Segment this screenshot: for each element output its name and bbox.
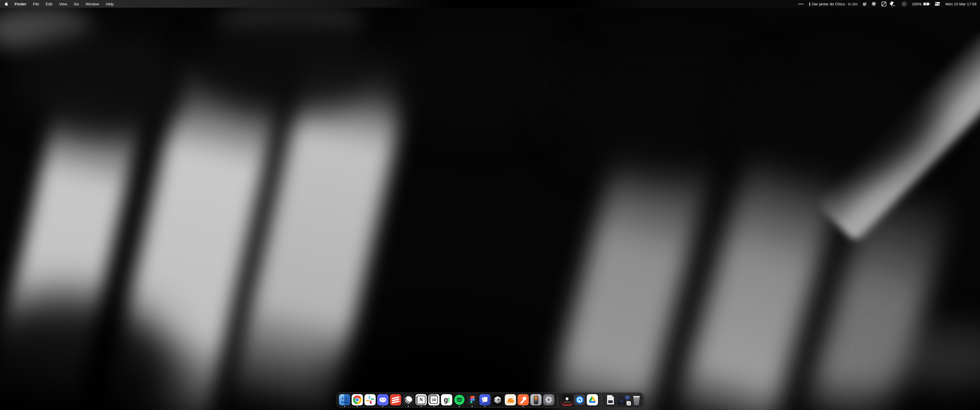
menu-bar: Finder File Edit View Go Window Help •••… [0, 0, 980, 8]
dock-item-chrome[interactable] [352, 394, 363, 405]
dock-item-todoist[interactable] [390, 394, 401, 405]
figma-icon [466, 394, 478, 405]
battery-status[interactable]: 100% [912, 2, 929, 6]
postgres-elephant-icon [505, 394, 516, 405]
screenshot-stack-thumbnail: 11 [617, 395, 630, 407]
wallpaper [0, 0, 980, 410]
menu-help[interactable]: Help [106, 2, 114, 6]
menu-bar-left: Finder File Edit View Go Window Help [0, 0, 114, 8]
next-event-item[interactable]: Dar jantar do Chico · in 2m [809, 2, 858, 6]
running-indicator [382, 406, 383, 407]
dock-item-figma[interactable] [466, 394, 478, 405]
google-drive-icon [587, 394, 598, 405]
spotify-icon [454, 394, 465, 405]
dock-item-stack[interactable]: 11 [617, 394, 630, 405]
dock-item-granola[interactable]: g [441, 394, 452, 405]
finder-icon [339, 394, 350, 405]
ios-simulator-icon [530, 394, 542, 405]
dock-divider [601, 394, 601, 406]
dock-item-document[interactable] [605, 394, 616, 405]
flower-icon[interactable] [872, 2, 876, 6]
dock-item-system-settings[interactable] [543, 394, 554, 405]
dock-item-slack[interactable] [364, 394, 375, 405]
dock-item-1password[interactable] [574, 394, 585, 405]
wallpaper-streak [740, 56, 934, 179]
dock-item-spotify[interactable] [454, 394, 465, 405]
1password-menu-icon[interactable] [902, 2, 907, 6]
blue-pages-icon [479, 394, 490, 405]
stack-count-badge: 11 [627, 401, 631, 406]
running-indicator [523, 406, 524, 407]
dock-item-google-drive[interactable] [587, 394, 598, 405]
dock-item-postgres[interactable] [505, 394, 516, 405]
battery-percent: 100% [912, 2, 921, 6]
menu-window[interactable]: Window [86, 2, 99, 6]
battery-icon [923, 2, 929, 6]
wallpaper-streak [194, 15, 388, 112]
menu-go[interactable]: Go [74, 2, 79, 6]
todoist-icon [390, 394, 401, 405]
dock-item-notion[interactable]: N [415, 394, 427, 405]
linear-icon [403, 394, 414, 405]
wallpaper-streak [383, 23, 577, 133]
trash-icon [632, 394, 641, 405]
macos-desktop: Finder File Edit View Go Window Help •••… [0, 0, 980, 410]
notion-calendar-icon: 10 [428, 394, 439, 405]
dock-item-raycast[interactable]: raycast [561, 394, 573, 405]
control-center-icon[interactable] [935, 2, 940, 6]
cube-3d-icon [492, 394, 503, 405]
menu-bar-clock[interactable]: Mon 10 Mar 17:58 [945, 2, 977, 6]
dock-item-finder[interactable] [339, 394, 350, 405]
menu-extras-overflow[interactable]: ••• [798, 2, 804, 6]
menu-file[interactable]: File [33, 2, 39, 6]
apple-menu-icon[interactable] [4, 2, 8, 6]
running-indicator [484, 406, 485, 407]
dock-item-cube-3d-app[interactable] [492, 394, 503, 405]
menu-edit[interactable]: Edit [46, 2, 52, 6]
display-icon[interactable] [892, 2, 897, 6]
dock-item-discord[interactable] [377, 394, 388, 405]
notion-icon: N [415, 394, 427, 405]
active-app-name[interactable]: Finder [14, 2, 26, 6]
running-indicator [433, 406, 434, 407]
menu-bar-right: ••• Dar jantar do Chico · in 2m g 100% M… [798, 0, 980, 8]
running-indicator [357, 406, 358, 407]
chrome-icon [352, 394, 363, 405]
running-indicator [408, 406, 409, 407]
discord-icon [377, 394, 388, 405]
running-indicator [472, 406, 473, 407]
document-file-icon [605, 394, 616, 405]
system-settings-gear-icon [543, 394, 554, 405]
event-color-bar [809, 3, 810, 6]
running-indicator [459, 406, 460, 407]
postman-icon [517, 394, 529, 405]
granola-menu-icon[interactable]: g [863, 2, 866, 6]
dock: N 10 g [336, 393, 644, 408]
dock-item-linear[interactable] [403, 394, 414, 405]
dock-item-simulator[interactable] [530, 394, 542, 405]
running-indicator [421, 406, 422, 407]
dock-item-postman[interactable] [517, 394, 529, 405]
granola-icon: g [441, 394, 452, 405]
raycast-icon: raycast [561, 394, 573, 406]
running-indicator [344, 406, 345, 407]
menu-view[interactable]: View [59, 2, 67, 6]
event-text: Dar jantar do Chico · in 2m [812, 2, 858, 6]
1password-icon [574, 394, 585, 405]
dock-item-blue-pages-app[interactable] [479, 394, 490, 405]
dock-item-trash[interactable] [632, 394, 641, 405]
slack-icon [364, 394, 375, 405]
wallpaper-streak [15, 28, 189, 135]
dock-item-notion-calendar[interactable]: 10 [428, 394, 439, 405]
rounded-square-slash-icon[interactable] [881, 2, 886, 6]
